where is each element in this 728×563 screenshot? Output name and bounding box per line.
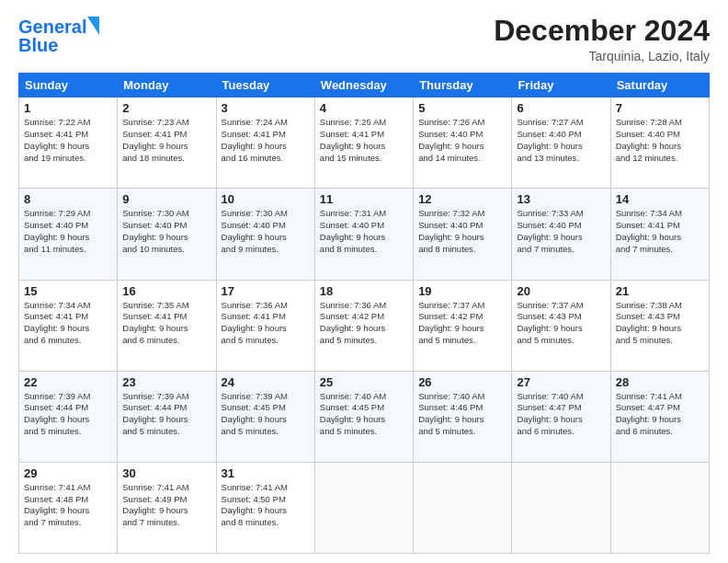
- day-number-27: 27: [517, 375, 605, 389]
- svg-text:Blue: Blue: [18, 35, 58, 55]
- week-row-1: 1Sunrise: 7:22 AM Sunset: 4:41 PM Daylig…: [19, 98, 710, 189]
- day-cell-1: 1Sunrise: 7:22 AM Sunset: 4:41 PM Daylig…: [19, 98, 118, 189]
- day-number-15: 15: [24, 284, 112, 298]
- day-number-26: 26: [418, 375, 506, 389]
- day-info-23: Sunrise: 7:39 AM Sunset: 4:44 PM Dayligh…: [122, 391, 210, 438]
- day-info-31: Sunrise: 7:41 AM Sunset: 4:50 PM Dayligh…: [222, 482, 310, 529]
- day-cell-19: 19Sunrise: 7:37 AM Sunset: 4:42 PM Dayli…: [414, 280, 512, 371]
- week-row-4: 22Sunrise: 7:39 AM Sunset: 4:44 PM Dayli…: [19, 371, 710, 462]
- day-cell-3: 3Sunrise: 7:24 AM Sunset: 4:41 PM Daylig…: [216, 98, 314, 189]
- column-header-monday: Monday: [118, 74, 216, 98]
- day-info-9: Sunrise: 7:30 AM Sunset: 4:40 PM Dayligh…: [122, 208, 210, 255]
- day-number-5: 5: [418, 101, 506, 115]
- title-area: December 2024 Tarquinia, Lazio, Italy: [494, 15, 710, 63]
- column-header-sunday: Sunday: [19, 74, 118, 98]
- day-number-28: 28: [616, 375, 704, 389]
- week-row-5: 29Sunrise: 7:41 AM Sunset: 4:48 PM Dayli…: [19, 462, 710, 553]
- day-cell-6: 6Sunrise: 7:27 AM Sunset: 4:40 PM Daylig…: [512, 98, 610, 189]
- day-number-8: 8: [24, 192, 112, 206]
- day-cell-11: 11Sunrise: 7:31 AM Sunset: 4:40 PM Dayli…: [314, 189, 413, 280]
- empty-cell: [512, 462, 610, 553]
- day-cell-18: 18Sunrise: 7:36 AM Sunset: 4:42 PM Dayli…: [314, 280, 413, 371]
- day-cell-31: 31Sunrise: 7:41 AM Sunset: 4:50 PM Dayli…: [216, 462, 314, 553]
- day-number-31: 31: [222, 466, 310, 480]
- column-header-tuesday: Tuesday: [216, 74, 314, 98]
- day-cell-8: 8Sunrise: 7:29 AM Sunset: 4:40 PM Daylig…: [19, 189, 118, 280]
- day-number-9: 9: [122, 192, 210, 206]
- day-cell-15: 15Sunrise: 7:34 AM Sunset: 4:41 PM Dayli…: [19, 280, 118, 371]
- day-cell-5: 5Sunrise: 7:26 AM Sunset: 4:40 PM Daylig…: [414, 98, 512, 189]
- day-info-26: Sunrise: 7:40 AM Sunset: 4:46 PM Dayligh…: [418, 391, 506, 438]
- day-info-6: Sunrise: 7:27 AM Sunset: 4:40 PM Dayligh…: [517, 117, 605, 164]
- empty-cell: [414, 462, 512, 553]
- day-info-15: Sunrise: 7:34 AM Sunset: 4:41 PM Dayligh…: [24, 300, 112, 347]
- day-number-2: 2: [122, 101, 210, 115]
- day-cell-17: 17Sunrise: 7:36 AM Sunset: 4:41 PM Dayli…: [216, 280, 314, 371]
- day-cell-29: 29Sunrise: 7:41 AM Sunset: 4:48 PM Dayli…: [19, 462, 118, 553]
- header: GeneralBlue December 2024 Tarquinia, Laz…: [18, 15, 710, 63]
- day-cell-16: 16Sunrise: 7:35 AM Sunset: 4:41 PM Dayli…: [118, 280, 216, 371]
- day-number-29: 29: [24, 466, 112, 480]
- day-cell-9: 9Sunrise: 7:30 AM Sunset: 4:40 PM Daylig…: [118, 189, 216, 280]
- day-cell-10: 10Sunrise: 7:30 AM Sunset: 4:40 PM Dayli…: [216, 189, 314, 280]
- day-info-5: Sunrise: 7:26 AM Sunset: 4:40 PM Dayligh…: [418, 117, 506, 164]
- day-number-16: 16: [122, 284, 210, 298]
- day-info-27: Sunrise: 7:40 AM Sunset: 4:47 PM Dayligh…: [517, 391, 605, 438]
- day-info-7: Sunrise: 7:28 AM Sunset: 4:40 PM Dayligh…: [616, 117, 704, 164]
- day-number-19: 19: [418, 284, 506, 298]
- day-cell-2: 2Sunrise: 7:23 AM Sunset: 4:41 PM Daylig…: [118, 98, 216, 189]
- day-number-25: 25: [320, 375, 408, 389]
- day-info-14: Sunrise: 7:34 AM Sunset: 4:41 PM Dayligh…: [616, 208, 704, 255]
- day-cell-24: 24Sunrise: 7:39 AM Sunset: 4:45 PM Dayli…: [216, 371, 314, 462]
- day-number-3: 3: [222, 101, 310, 115]
- week-row-3: 15Sunrise: 7:34 AM Sunset: 4:41 PM Dayli…: [19, 280, 710, 371]
- day-number-22: 22: [24, 375, 112, 389]
- day-info-29: Sunrise: 7:41 AM Sunset: 4:48 PM Dayligh…: [24, 482, 112, 529]
- day-info-11: Sunrise: 7:31 AM Sunset: 4:40 PM Dayligh…: [320, 208, 408, 255]
- day-cell-25: 25Sunrise: 7:40 AM Sunset: 4:45 PM Dayli…: [314, 371, 413, 462]
- day-cell-27: 27Sunrise: 7:40 AM Sunset: 4:47 PM Dayli…: [512, 371, 610, 462]
- day-info-20: Sunrise: 7:37 AM Sunset: 4:43 PM Dayligh…: [517, 300, 605, 347]
- empty-cell: [610, 462, 709, 553]
- day-number-7: 7: [616, 101, 704, 115]
- empty-cell: [314, 462, 413, 553]
- day-cell-23: 23Sunrise: 7:39 AM Sunset: 4:44 PM Dayli…: [118, 371, 216, 462]
- day-number-1: 1: [24, 101, 112, 115]
- day-number-6: 6: [517, 101, 605, 115]
- page: GeneralBlue December 2024 Tarquinia, Laz…: [0, 0, 728, 563]
- day-info-8: Sunrise: 7:29 AM Sunset: 4:40 PM Dayligh…: [24, 208, 112, 255]
- week-row-2: 8Sunrise: 7:29 AM Sunset: 4:40 PM Daylig…: [19, 189, 710, 280]
- day-info-24: Sunrise: 7:39 AM Sunset: 4:45 PM Dayligh…: [222, 391, 310, 438]
- day-info-22: Sunrise: 7:39 AM Sunset: 4:44 PM Dayligh…: [24, 391, 112, 438]
- logo: GeneralBlue: [18, 15, 101, 56]
- month-title: December 2024: [494, 15, 710, 47]
- day-cell-26: 26Sunrise: 7:40 AM Sunset: 4:46 PM Dayli…: [414, 371, 512, 462]
- day-number-4: 4: [320, 101, 408, 115]
- day-cell-30: 30Sunrise: 7:41 AM Sunset: 4:49 PM Dayli…: [118, 462, 216, 553]
- day-cell-13: 13Sunrise: 7:33 AM Sunset: 4:40 PM Dayli…: [512, 189, 610, 280]
- svg-text:General: General: [18, 17, 86, 37]
- day-number-21: 21: [616, 284, 704, 298]
- day-info-18: Sunrise: 7:36 AM Sunset: 4:42 PM Dayligh…: [320, 300, 408, 347]
- column-header-thursday: Thursday: [414, 74, 512, 98]
- day-info-30: Sunrise: 7:41 AM Sunset: 4:49 PM Dayligh…: [122, 482, 210, 529]
- day-info-25: Sunrise: 7:40 AM Sunset: 4:45 PM Dayligh…: [320, 391, 408, 438]
- day-cell-20: 20Sunrise: 7:37 AM Sunset: 4:43 PM Dayli…: [512, 280, 610, 371]
- day-number-18: 18: [320, 284, 408, 298]
- day-number-23: 23: [122, 375, 210, 389]
- day-cell-22: 22Sunrise: 7:39 AM Sunset: 4:44 PM Dayli…: [19, 371, 118, 462]
- day-info-2: Sunrise: 7:23 AM Sunset: 4:41 PM Dayligh…: [122, 117, 210, 164]
- day-info-13: Sunrise: 7:33 AM Sunset: 4:40 PM Dayligh…: [517, 208, 605, 255]
- day-number-24: 24: [222, 375, 310, 389]
- svg-marker-2: [87, 17, 99, 35]
- day-info-16: Sunrise: 7:35 AM Sunset: 4:41 PM Dayligh…: [122, 300, 210, 347]
- day-cell-12: 12Sunrise: 7:32 AM Sunset: 4:40 PM Dayli…: [414, 189, 512, 280]
- logo-icon: GeneralBlue: [18, 15, 101, 56]
- day-info-17: Sunrise: 7:36 AM Sunset: 4:41 PM Dayligh…: [222, 300, 310, 347]
- day-number-30: 30: [122, 466, 210, 480]
- day-number-14: 14: [616, 192, 704, 206]
- day-info-21: Sunrise: 7:38 AM Sunset: 4:43 PM Dayligh…: [616, 300, 704, 347]
- day-info-19: Sunrise: 7:37 AM Sunset: 4:42 PM Dayligh…: [418, 300, 506, 347]
- day-number-10: 10: [222, 192, 310, 206]
- day-number-20: 20: [517, 284, 605, 298]
